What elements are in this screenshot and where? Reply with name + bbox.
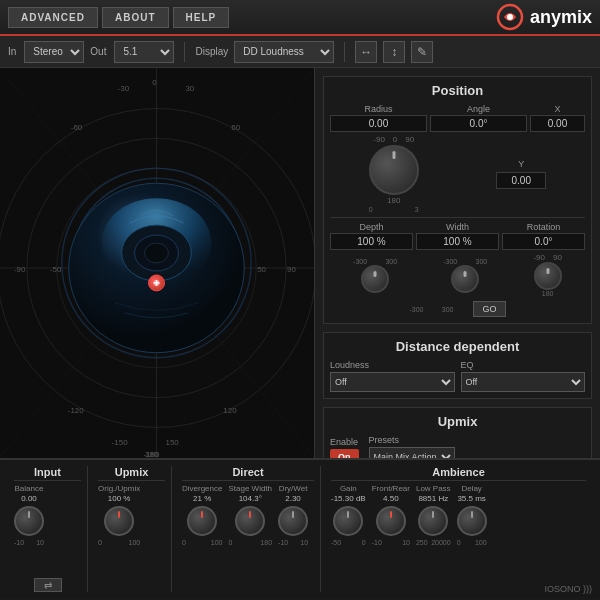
depth-knob[interactable] xyxy=(361,265,389,293)
dry-wet-label: Dry/Wet xyxy=(279,484,308,493)
dry-wet-value: 2.30 xyxy=(285,494,301,503)
dd-loudness-label: Loudness xyxy=(330,360,455,370)
ambience-title: Ambience xyxy=(331,466,586,481)
delay-knob[interactable] xyxy=(457,506,487,536)
delay-max: 100 xyxy=(475,539,487,546)
fr-min: -10 xyxy=(372,539,382,546)
upmix-title: Upmix xyxy=(330,414,585,429)
depth-col: Depth 100 % xyxy=(330,222,413,250)
direct-params: Divergence 21 % 0 100 Stage Width 104.3°… xyxy=(182,484,314,592)
amb-gain-knob[interactable] xyxy=(333,506,363,536)
help-button[interactable]: HELP xyxy=(173,7,230,28)
radius-value[interactable]: 0.00 xyxy=(330,115,427,132)
depth-value[interactable]: 100 % xyxy=(330,233,413,250)
advanced-button[interactable]: ADVANCED xyxy=(8,7,98,28)
radius-label: Radius xyxy=(330,104,427,114)
dw-min: -10 xyxy=(278,539,288,546)
dry-wet-knob[interactable] xyxy=(278,506,308,536)
width-knob[interactable] xyxy=(451,265,479,293)
edit-icon[interactable]: ✎ xyxy=(411,41,433,63)
input-balance-label: Balance xyxy=(15,484,44,493)
depth-knob-container: -300 300 xyxy=(353,258,397,293)
svg-text:50: 50 xyxy=(257,265,266,274)
divergence-knob[interactable] xyxy=(187,506,217,536)
logo-area: anymix xyxy=(496,3,592,31)
go-button[interactable]: GO xyxy=(473,301,505,317)
radius-three: 3 xyxy=(415,206,419,213)
angle-knob[interactable] xyxy=(369,145,419,195)
position-title: Position xyxy=(330,83,585,98)
stage-width-value: 104.3° xyxy=(239,494,262,503)
width-knob-container: -300 300 xyxy=(443,258,487,293)
frontrear-value: 4.50 xyxy=(383,494,399,503)
gain-min: -50 xyxy=(331,539,341,546)
width-value[interactable]: 100 % xyxy=(416,233,499,250)
svg-text:-50: -50 xyxy=(50,265,62,274)
lp-min: 250 xyxy=(416,539,428,546)
lowpass-knob[interactable] xyxy=(418,506,448,536)
rotation-col: Rotation 0.0° xyxy=(502,222,585,250)
lp-scale: 250 20000 xyxy=(416,539,451,546)
upmix-enable-label: Enable xyxy=(330,437,359,447)
toolbar: In Stereo Mono 5.1 Out 5.1 Stereo 7.1 Di… xyxy=(0,36,600,68)
input-balance-knob[interactable] xyxy=(14,506,44,536)
toolbar-sep-2 xyxy=(344,42,345,62)
upmix-presets-label: Presets xyxy=(369,435,586,445)
angle-col: Angle 0.0° xyxy=(430,104,527,132)
right-panel: Position Radius 0.00 Angle 0.0° X 0.00 xyxy=(315,68,600,458)
svg-text:90: 90 xyxy=(287,265,296,274)
sw-max: 180 xyxy=(260,539,272,546)
position-divider xyxy=(330,217,585,218)
display-label: Display xyxy=(195,46,228,57)
upmix-orig-value: 100 % xyxy=(108,494,131,503)
iosono-label: IOSONO ))) xyxy=(545,584,593,594)
logo-text: anymix xyxy=(530,7,592,28)
display-select[interactable]: DD Loudness Waveform Spectrum xyxy=(234,41,334,63)
x-value[interactable]: 0.00 xyxy=(530,115,585,132)
swap-icon[interactable]: ↔ xyxy=(355,41,377,63)
input-swap-icon[interactable]: ⇄ xyxy=(34,578,62,592)
rotation-knob[interactable] xyxy=(534,262,562,290)
flip-icon[interactable]: ↕ xyxy=(383,41,405,63)
upmix-orig-knob[interactable] xyxy=(104,506,134,536)
delay-label: Delay xyxy=(461,484,481,493)
upmix-bottom-params: Orig./Upmix 100 % 0 100 xyxy=(98,484,165,592)
svg-text:0: 0 xyxy=(152,78,157,87)
rot-180: 180 xyxy=(542,290,554,297)
upmix-bottom-title: Upmix xyxy=(98,466,165,481)
radius-zero: 0 xyxy=(369,206,373,213)
y-value[interactable]: 0.00 xyxy=(496,172,546,189)
delay-scale: 0 100 xyxy=(457,539,487,546)
ambience-section: Ambience Gain -15.30 dB -50 0 Front/Rear… xyxy=(325,466,592,592)
out-select[interactable]: 5.1 Stereo 7.1 xyxy=(114,41,174,63)
rotation-value[interactable]: 0.0° xyxy=(502,233,585,250)
y-label: Y xyxy=(518,159,524,169)
input-scale-min: -10 xyxy=(14,539,24,546)
ambience-params: Gain -15.30 dB -50 0 Front/Rear 4.50 -10… xyxy=(331,484,586,592)
dw-max: 10 xyxy=(300,539,308,546)
about-button[interactable]: ABOUT xyxy=(102,7,169,28)
stage-width-label: Stage Width xyxy=(228,484,272,493)
depth-label: Depth xyxy=(330,222,413,232)
dd-eq-select[interactable]: Off On xyxy=(461,372,586,392)
direct-divergence-param: Divergence 21 % 0 100 xyxy=(182,484,222,546)
radius-col: Radius 0.00 xyxy=(330,104,427,132)
input-balance-param: Balance 0.00 -10 10 xyxy=(14,484,44,546)
delay-value: 35.5 ms xyxy=(457,494,485,503)
dd-row: Loudness Off On EQ Off On xyxy=(330,360,585,392)
frontrear-knob[interactable] xyxy=(376,506,406,536)
input-scale: -10 10 xyxy=(14,539,44,546)
upmix-scale-min: 0 xyxy=(98,539,102,546)
svg-text:-120: -120 xyxy=(68,406,85,415)
gain-scale: -50 0 xyxy=(331,539,366,546)
in-select[interactable]: Stereo Mono 5.1 xyxy=(24,41,84,63)
dd-eq-col: EQ Off On xyxy=(461,360,586,392)
angle-value[interactable]: 0.0° xyxy=(430,115,527,132)
width-go-left: -300 xyxy=(409,306,423,313)
svg-point-1 xyxy=(507,14,513,20)
stage-width-knob[interactable] xyxy=(235,506,265,536)
dd-loudness-select[interactable]: Off On xyxy=(330,372,455,392)
width-range-right: 300 xyxy=(476,258,488,265)
width-range-left: -300 xyxy=(443,258,457,265)
x-col: X 0.00 xyxy=(530,104,585,132)
